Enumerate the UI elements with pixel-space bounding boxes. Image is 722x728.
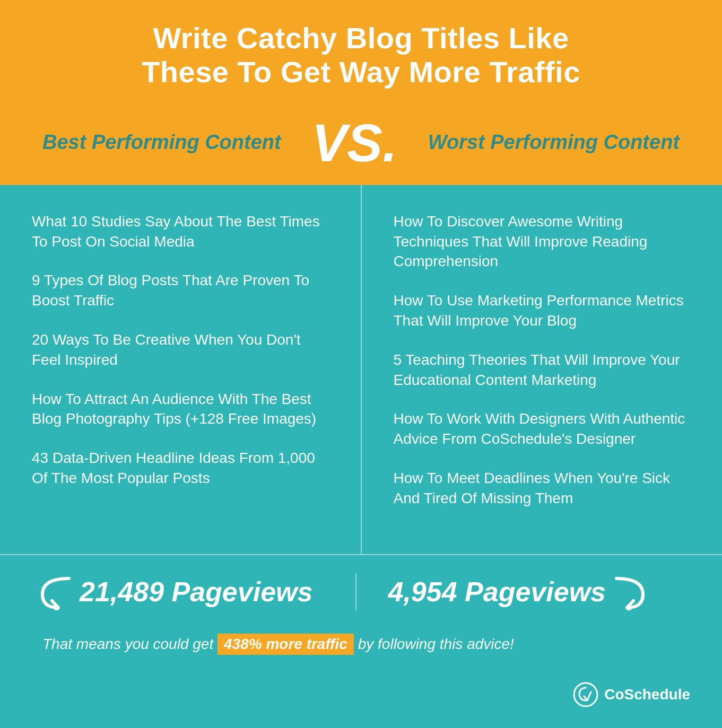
worst-pageviews: 4,954 Pageviews (356, 573, 691, 610)
vs-text: VS. (312, 116, 397, 169)
best-item-3: 20 Ways To Be Creative When You Don't Fe… (32, 330, 329, 370)
best-item-2: 9 Types Of Blog Posts That Are Proven To… (32, 270, 329, 311)
title-line2: These To Get Way More Traffic (142, 55, 580, 89)
best-pageviews-number: 21,489 Pageviews (80, 576, 312, 608)
footer-text-after: by following this advice! (358, 636, 514, 652)
arrow-left-icon (32, 573, 74, 610)
coschedule-logo-icon (572, 681, 599, 708)
worst-item-2: How To Use Marketing Performance Metrics… (394, 291, 691, 331)
best-performing-column: What 10 Studies Say About The Best Times… (0, 185, 362, 554)
best-pageviews: 21,489 Pageviews (32, 573, 356, 610)
main-title: Write Catchy Blog Titles Like These To G… (32, 21, 690, 90)
footer-text: That means you could get 438% more traff… (42, 634, 514, 655)
footer-highlight: 438% more traffic (218, 634, 354, 655)
main-content: What 10 Studies Say About The Best Times… (0, 185, 722, 554)
worst-pageviews-number: 4,954 Pageviews (388, 576, 606, 608)
footer-section: That means you could get 438% more traff… (0, 628, 722, 676)
worst-item-4: How To Work With Designers With Authenti… (394, 409, 691, 449)
logo-text: CoSchedule (604, 686, 690, 703)
worst-item-3: 5 Teaching Theories That Will Improve Yo… (394, 350, 691, 390)
worst-performing-label: Worst Performing Content (428, 131, 680, 154)
arrow-right-icon (611, 573, 654, 610)
svg-point-0 (574, 683, 597, 706)
best-item-4: How To Attract An Audience With The Best… (32, 389, 329, 429)
best-item-5: 43 Data-Driven Headline Ideas From 1,000… (32, 448, 329, 488)
best-item-1: What 10 Studies Say About The Best Times… (32, 212, 329, 252)
pageviews-section: 21,489 Pageviews 4,954 Pageviews (0, 554, 722, 628)
best-performing-label: Best Performing Content (42, 131, 281, 154)
worst-item-1: How To Discover Awesome Writing Techniqu… (394, 212, 691, 271)
logo-area: CoSchedule (0, 676, 722, 724)
header-section: Write Catchy Blog Titles Like These To G… (0, 0, 722, 106)
footer-text-before: That means you could get (42, 636, 213, 652)
worst-item-5: How To Meet Deadlines When You're Sick A… (394, 468, 691, 508)
vs-section: Best Performing Content VS. Worst Perfor… (0, 106, 722, 185)
title-line1: Write Catchy Blog Titles Like (153, 21, 569, 55)
worst-performing-column: How To Discover Awesome Writing Techniqu… (362, 185, 723, 554)
